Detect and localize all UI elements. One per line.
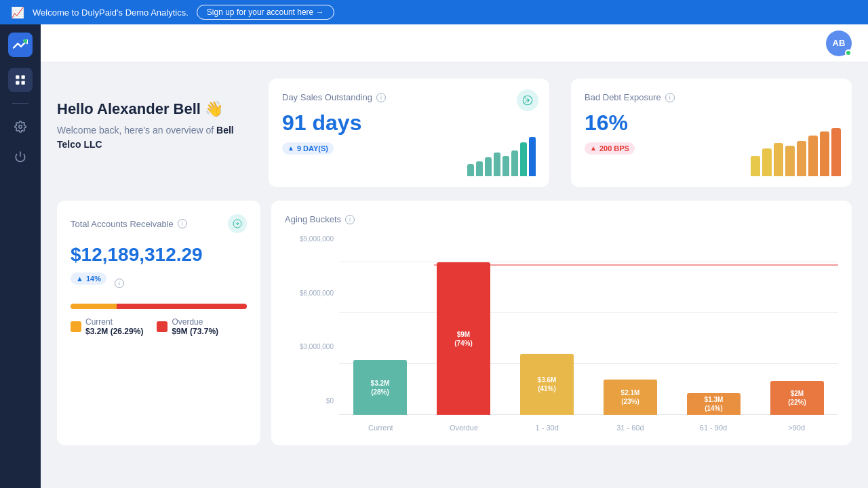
bd-bar-7 — [831, 128, 841, 176]
grid-line-1 — [339, 363, 838, 364]
sidebar-item-dashboard[interactable] — [8, 68, 33, 92]
power-icon — [14, 150, 26, 163]
y-label-0: $0 — [285, 397, 334, 405]
aging-bar-label-3: $2.1M(23%) — [621, 388, 640, 406]
dso-bar-5 — [511, 150, 518, 176]
aging-bar-2: $3.6M(41%) — [520, 354, 574, 415]
ar-card: Total Accounts Receivable i $12,189,312.… — [57, 201, 260, 445]
bd-bar-5 — [808, 136, 818, 176]
svg-rect-3 — [16, 81, 19, 85]
avatar-initials: AB — [833, 38, 846, 48]
chart-area: $3.2M(28%)$9M(74%)$3.6M(41%)$2.1M(23%)$1… — [339, 262, 838, 415]
sidebar-logo[interactable] — [8, 33, 33, 57]
dso-bar-7 — [529, 137, 536, 176]
x-axis: CurrentOverdue1 - 30d31 - 60d61 - 90d>90… — [339, 424, 838, 432]
bd-bar-1 — [762, 148, 772, 176]
dso-mini-chart — [467, 136, 536, 176]
avatar[interactable]: AB — [826, 30, 852, 56]
x-label-0: Current — [339, 424, 422, 432]
dso-info-icon[interactable]: i — [376, 93, 386, 102]
grid-icon — [14, 74, 26, 86]
aging-bar-group-0: $3.2M(28%) — [339, 262, 421, 415]
dso-badge: ▲ 9 DAY(S) — [282, 142, 334, 155]
dso-bar-2 — [485, 157, 492, 176]
sidebar-item-settings[interactable] — [8, 115, 33, 139]
x-label-2: 1 - 30d — [505, 424, 589, 432]
bad-debt-chart — [751, 129, 841, 176]
ar-overdue-legend: Overdue $9M (73.7%) — [157, 317, 218, 336]
ar-overdue-segment — [117, 304, 247, 309]
current-dot — [71, 321, 81, 332]
ar-info-icon[interactable]: i — [178, 219, 187, 228]
bad-debt-badge: ▲ 200 BPS — [585, 142, 635, 155]
welcome-section: Hello Alexander Bell 👋 Welcome back, her… — [57, 100, 247, 152]
aging-bar-label-2: $3.6M(41%) — [538, 375, 557, 393]
svg-point-0 — [24, 39, 28, 43]
aging-bar-3: $2.1M(23%) — [604, 380, 657, 415]
signup-button[interactable]: Sign up for your account here → — [197, 5, 334, 20]
grid-line-3 — [339, 262, 838, 262]
welcome-subtitle: Welcome back, here's an overview of Bell… — [57, 123, 247, 152]
dso-icon-btn[interactable] — [517, 89, 538, 111]
aging-bar-group-3: $2.1M(23%) — [589, 262, 671, 415]
y-label-3m: $3,000,000 — [285, 343, 334, 350]
aging-info-icon[interactable]: i — [345, 215, 355, 224]
bd-bar-6 — [820, 131, 829, 176]
ar-badge-info[interactable]: i — [115, 279, 124, 288]
aging-bar-group-4: $1.3M(14%) — [673, 262, 755, 415]
bars-container: $3.2M(28%)$9M(74%)$3.6M(41%)$2.1M(23%)$1… — [339, 262, 838, 415]
svg-point-5 — [19, 125, 22, 129]
ref-line — [434, 264, 838, 266]
bd-bar-4 — [797, 141, 806, 177]
grid-line-2 — [339, 312, 838, 313]
bad-debt-badge-arrow: ▲ — [590, 144, 597, 152]
overdue-dot — [157, 321, 167, 332]
grid-line-0 — [339, 414, 838, 415]
page-content: Hello Alexander Bell 👋 Welcome back, her… — [41, 62, 868, 488]
aging-bar-group-2: $3.6M(41%) — [506, 262, 588, 415]
aging-bar-label-5: $2M(22%) — [788, 389, 806, 407]
aging-bar-5: $2M(22%) — [770, 381, 824, 415]
x-label-3: 31 - 60d — [589, 424, 672, 432]
aging-bar-4: $1.3M(14%) — [687, 393, 741, 415]
bd-bar-0 — [751, 156, 760, 176]
x-label-1: Overdue — [422, 424, 506, 432]
bad-debt-info-icon[interactable]: i — [665, 93, 675, 102]
ar-current-segment — [71, 304, 117, 309]
top-banner: 📈 Welcome to DulyPaid's Demo Analytics. … — [0, 0, 868, 24]
header-bar: AB — [41, 24, 868, 62]
ar-current-legend: Current $3.2M (26.29%) — [71, 317, 143, 336]
ar-progress-bar — [71, 304, 247, 309]
x-label-4: 61 - 90d — [672, 424, 755, 432]
aging-bar-group-1: $9M(74%) — [422, 262, 505, 415]
banner-text: Welcome to DulyPaid's Demo Analytics. — [33, 7, 189, 18]
y-label-6m: $6,000,000 — [285, 289, 334, 297]
ar-legend: Current $3.2M (26.29%) Overdue $9M (73.7… — [71, 317, 247, 336]
dso-bar-1 — [476, 161, 483, 176]
dso-card: Day Sales Outstanding i 91 days ▲ 9 DAY(… — [269, 79, 549, 187]
dso-bar-0 — [467, 164, 474, 176]
dso-card-title: Day Sales Outstanding i — [282, 92, 536, 102]
settings-icon — [14, 121, 26, 133]
y-axis: $0 $3,000,000 $6,000,000 $9,000,000 — [285, 235, 334, 405]
dso-bar-3 — [494, 152, 500, 176]
dso-badge-arrow: ▲ — [288, 144, 294, 152]
dso-value: 91 days — [282, 110, 536, 136]
svg-rect-2 — [22, 75, 25, 79]
welcome-title: Hello Alexander Bell 👋 — [57, 100, 247, 118]
bd-bar-2 — [774, 143, 783, 176]
sidebar-divider — [12, 103, 28, 104]
aging-bar-group-5: $2M(22%) — [756, 262, 838, 415]
ar-icon-btn[interactable] — [228, 214, 247, 233]
banner-logo-icon: 📈 — [11, 6, 24, 19]
ar-badge: ▲ 14% — [71, 272, 106, 285]
bad-debt-card-title: Bad Debt Exposure i — [585, 92, 838, 102]
sidebar-item-power[interactable] — [8, 144, 33, 169]
dso-share-icon — [521, 94, 534, 106]
ar-value: $12,189,312.29 — [71, 244, 247, 266]
dso-bar-4 — [502, 156, 509, 176]
sidebar — [0, 24, 41, 488]
dso-bar-6 — [520, 142, 527, 176]
aging-bar-label-1: $9M(74%) — [454, 330, 473, 348]
x-label-5: >90d — [755, 424, 838, 432]
